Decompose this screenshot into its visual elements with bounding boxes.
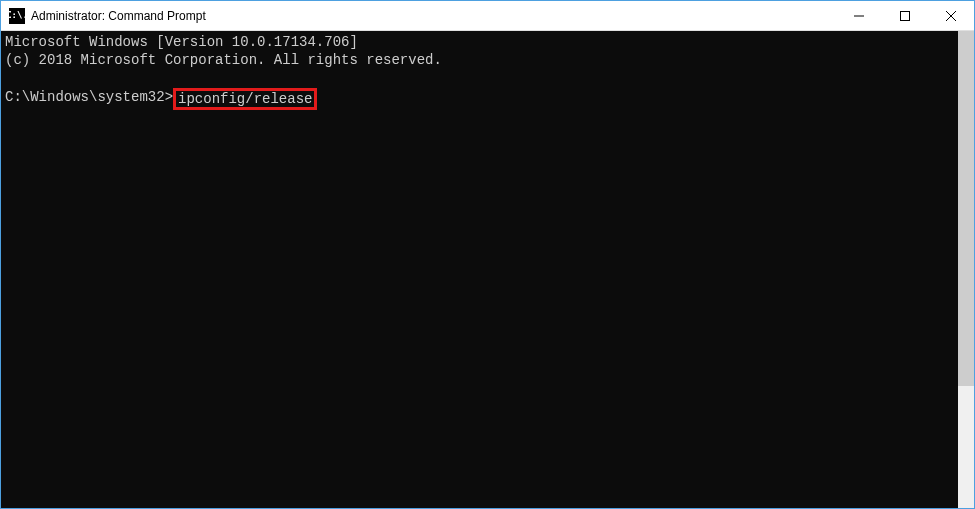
console-output[interactable]: Microsoft Windows [Version 10.0.17134.70…: [1, 31, 958, 508]
window-title: Administrator: Command Prompt: [31, 9, 836, 23]
command-text: ipconfig/release: [178, 91, 312, 107]
command-highlight: ipconfig/release: [173, 88, 317, 111]
cmd-icon-text: C:\.: [6, 11, 28, 20]
close-button[interactable]: [928, 1, 974, 30]
cmd-icon: C:\.: [9, 8, 25, 24]
minimize-button[interactable]: [836, 1, 882, 30]
prompt-line: C:\Windows\system32>ipconfig/release: [5, 88, 954, 111]
minimize-icon: [854, 11, 864, 21]
copyright-line: (c) 2018 Microsoft Corporation. All righ…: [5, 52, 442, 68]
console-area: Microsoft Windows [Version 10.0.17134.70…: [1, 31, 974, 508]
svg-rect-1: [901, 11, 910, 20]
scrollbar-thumb[interactable]: [958, 31, 974, 386]
window-controls: [836, 1, 974, 30]
version-line: Microsoft Windows [Version 10.0.17134.70…: [5, 34, 358, 50]
maximize-icon: [900, 11, 910, 21]
titlebar[interactable]: C:\. Administrator: Command Prompt: [1, 1, 974, 31]
close-icon: [946, 11, 956, 21]
maximize-button[interactable]: [882, 1, 928, 30]
vertical-scrollbar[interactable]: [958, 31, 974, 508]
command-prompt-window: C:\. Administrator: Command Prompt Micro…: [0, 0, 975, 509]
prompt-path: C:\Windows\system32>: [5, 88, 173, 106]
